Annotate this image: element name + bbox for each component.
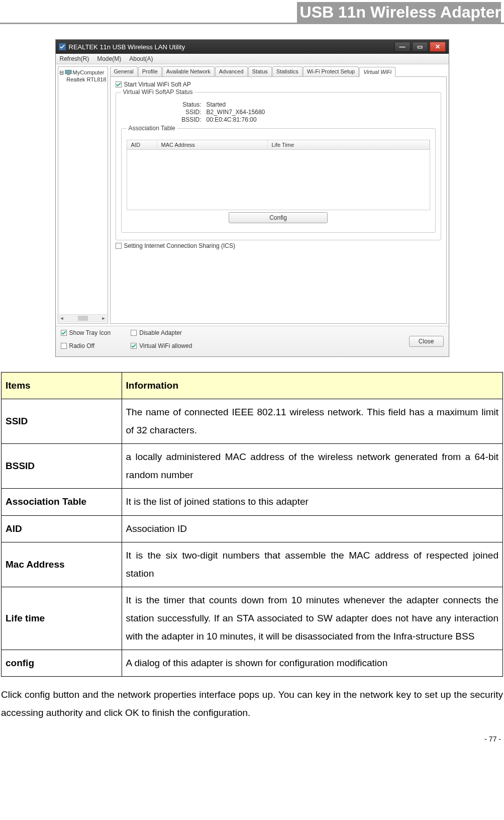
row-key: config [2,650,122,677]
tab-general[interactable]: General [110,66,138,76]
vwifi-allowed-label: Virtual WiFi allowed [139,342,192,349]
maximize-button[interactable]: ▭ [412,42,428,52]
close-button[interactable]: Close [409,336,444,347]
close-window-button[interactable]: ✕ [430,42,446,52]
status-key: Status: [171,101,201,108]
tree-child-label: Realtek RTL818 [66,76,106,82]
row-key: Mac Address [2,542,122,587]
status-value: Started [207,101,226,108]
row-key: Life time [2,587,122,650]
table-row: Life timeIt is the timer that counts dow… [2,587,503,650]
row-val: A dialog of this adapter is shown for co… [122,650,502,677]
tab-statistics[interactable]: Statistics [272,66,303,76]
row-val: Association ID [122,515,502,542]
device-tree[interactable]: ⊟ MyComputer Realtek RTL818 ◄ ► [58,66,108,324]
app-window: REALTEK 11n USB Wireless LAN Utility — ▭… [55,39,449,357]
row-val: a locally administered MAC address of th… [122,444,502,489]
th-items: Items [2,373,122,399]
checkbox-vwifi-allowed[interactable] [131,343,137,349]
col-lifetime[interactable]: Life Time [268,140,430,149]
checkbox-radio-off[interactable] [61,343,67,349]
app-body: ⊟ MyComputer Realtek RTL818 ◄ ► General … [56,64,449,326]
tab-available-network[interactable]: Available Network [162,66,215,76]
start-ap-label: Start Virtual WiFi Soft AP [124,81,191,88]
page-content: REALTEK 11n USB Wireless LAN Utility — ▭… [0,24,504,748]
assoc-legend: Association Table [127,125,177,132]
tree-root-label: MyComputer [73,69,105,75]
row-key: SSID [2,399,122,444]
radio-off-label: Radio Off [69,342,94,349]
tab-advanced[interactable]: Advanced [215,66,248,76]
tab-wifi-protect[interactable]: Wi-Fi Protect Setup [303,66,359,76]
svg-rect-7 [61,343,66,349]
checkbox-disable-adapter[interactable] [131,330,137,336]
checkbox-ics[interactable] [116,243,122,249]
menu-refresh[interactable]: Refresh(R) [60,55,89,62]
ics-label: Setting Internet Connection Sharing (ICS… [124,242,235,249]
bssid-value: 00:E0:4C:81:76:00 [207,116,257,123]
row-val: It is the timer that counts down from 10… [122,587,502,650]
checkbox-start-ap[interactable] [116,81,122,87]
row-val: It is the six two-digit numbers that ass… [122,542,502,587]
table-row: configA dialog of this adapter is shown … [2,650,503,677]
association-table: AID MAC Address Life Time [127,140,430,210]
assoc-fieldset: Association Table AID MAC Address Life T… [121,128,436,233]
svg-rect-1 [65,70,71,74]
info-table: Items Information SSIDThe name of connec… [1,372,503,677]
ssid-value: B2_WIN7_X64-15680 [207,109,265,116]
table-row: Association TableIt is the list of joine… [2,489,503,515]
page-title: USB 11n Wireless Adapter [297,2,501,23]
tab-content: Start Virtual WiFi Soft AP Virtual WiFi … [110,77,447,324]
menu-mode[interactable]: Mode(M) [97,55,121,62]
show-tray-label: Show Tray Icon [69,329,111,336]
tab-panel: General Profile Available Network Advanc… [110,66,447,324]
window-titlebar: REALTEK 11n USB Wireless LAN Utility — ▭… [56,40,449,54]
bssid-key: BSSID: [171,116,201,123]
page-header: USB 11n Wireless Adapter [0,0,504,24]
computer-icon [65,69,72,76]
tree-toggle-icon[interactable]: ⊟ [59,69,64,76]
col-aid[interactable]: AID [127,140,157,149]
th-info: Information [122,373,502,399]
window-title-text: REALTEK 11n USB Wireless LAN Utility [69,43,185,51]
status-legend: Virtual WiFi SoftAP Status [121,88,195,96]
menu-about[interactable]: About(A) [129,55,153,62]
adapter-icon [65,76,66,83]
checkbox-show-tray[interactable] [61,330,67,336]
screenshot-figure: REALTEK 11n USB Wireless LAN Utility — ▭… [1,39,503,357]
tree-scrollbar[interactable]: ◄ ► [59,314,107,322]
status-fieldset: Virtual WiFi SoftAP Status Status:Starte… [116,92,441,240]
page-number: - 77 - [1,735,503,743]
row-val: It is the list of joined stations to thi… [122,489,502,515]
tab-status[interactable]: Status [248,66,272,76]
minimize-button[interactable]: — [394,42,411,52]
table-row: BSSIDa locally administered MAC address … [2,444,503,489]
table-row: AIDAssociation ID [2,515,503,542]
row-key: AID [2,515,122,542]
disable-adapter-label: Disable Adapter [139,329,182,336]
table-row: Mac AddressIt is the six two-digit numbe… [2,542,503,587]
bottom-options: Show Tray Icon Radio Off Disable Adapter [56,326,449,356]
config-button[interactable]: Config [229,212,328,223]
app-icon [59,43,66,50]
row-key: BSSID [2,444,122,489]
outro-paragraph: Click config button and the network prop… [1,686,503,722]
tab-profile[interactable]: Profile [138,66,162,76]
row-key: Association Table [2,489,122,515]
svg-rect-8 [131,330,137,336]
tab-virtual-wifi[interactable]: Virtual WiFi [359,67,395,77]
ssid-key: SSID: [171,109,201,116]
assoc-table-body [127,150,430,210]
tabs-row: General Profile Available Network Advanc… [110,66,447,77]
svg-rect-5 [116,243,121,249]
row-val: The name of connected IEEE 802.11 wirele… [122,399,502,444]
col-mac[interactable]: MAC Address [157,140,268,149]
menu-bar: Refresh(R) Mode(M) About(A) [56,54,449,64]
table-row: SSIDThe name of connected IEEE 802.11 wi… [2,399,503,444]
svg-rect-2 [66,74,70,75]
